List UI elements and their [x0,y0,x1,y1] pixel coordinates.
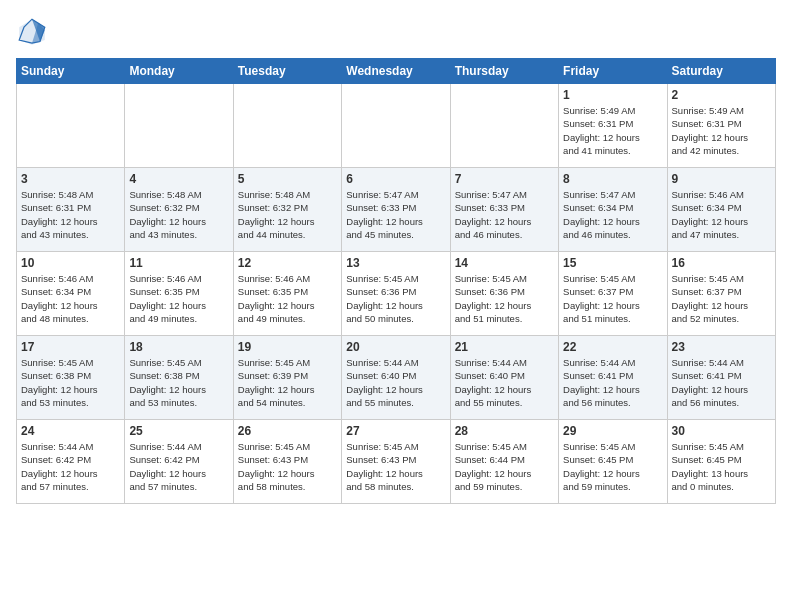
calendar-cell: 29Sunrise: 5:45 AM Sunset: 6:45 PM Dayli… [559,420,667,504]
day-number: 4 [129,172,228,186]
day-info: Sunrise: 5:47 AM Sunset: 6:34 PM Dayligh… [563,188,662,241]
day-info: Sunrise: 5:48 AM Sunset: 6:32 PM Dayligh… [238,188,337,241]
calendar-cell: 12Sunrise: 5:46 AM Sunset: 6:35 PM Dayli… [233,252,341,336]
calendar: SundayMondayTuesdayWednesdayThursdayFrid… [16,58,776,504]
day-info: Sunrise: 5:45 AM Sunset: 6:44 PM Dayligh… [455,440,554,493]
day-number: 6 [346,172,445,186]
day-info: Sunrise: 5:44 AM Sunset: 6:42 PM Dayligh… [129,440,228,493]
calendar-cell [125,84,233,168]
week-row-4: 17Sunrise: 5:45 AM Sunset: 6:38 PM Dayli… [17,336,776,420]
day-info: Sunrise: 5:45 AM Sunset: 6:38 PM Dayligh… [129,356,228,409]
day-number: 18 [129,340,228,354]
day-info: Sunrise: 5:46 AM Sunset: 6:35 PM Dayligh… [238,272,337,325]
calendar-cell: 25Sunrise: 5:44 AM Sunset: 6:42 PM Dayli… [125,420,233,504]
day-info: Sunrise: 5:44 AM Sunset: 6:42 PM Dayligh… [21,440,120,493]
calendar-cell: 7Sunrise: 5:47 AM Sunset: 6:33 PM Daylig… [450,168,558,252]
calendar-cell: 5Sunrise: 5:48 AM Sunset: 6:32 PM Daylig… [233,168,341,252]
day-info: Sunrise: 5:45 AM Sunset: 6:38 PM Dayligh… [21,356,120,409]
logo [16,16,52,48]
day-number: 19 [238,340,337,354]
day-info: Sunrise: 5:44 AM Sunset: 6:40 PM Dayligh… [455,356,554,409]
calendar-cell: 4Sunrise: 5:48 AM Sunset: 6:32 PM Daylig… [125,168,233,252]
day-number: 14 [455,256,554,270]
calendar-cell: 15Sunrise: 5:45 AM Sunset: 6:37 PM Dayli… [559,252,667,336]
day-number: 15 [563,256,662,270]
day-number: 20 [346,340,445,354]
day-info: Sunrise: 5:49 AM Sunset: 6:31 PM Dayligh… [563,104,662,157]
day-number: 25 [129,424,228,438]
calendar-cell: 27Sunrise: 5:45 AM Sunset: 6:43 PM Dayli… [342,420,450,504]
day-info: Sunrise: 5:48 AM Sunset: 6:32 PM Dayligh… [129,188,228,241]
day-number: 21 [455,340,554,354]
day-info: Sunrise: 5:47 AM Sunset: 6:33 PM Dayligh… [455,188,554,241]
day-number: 26 [238,424,337,438]
day-number: 16 [672,256,771,270]
weekday-header-row: SundayMondayTuesdayWednesdayThursdayFrid… [17,59,776,84]
day-info: Sunrise: 5:45 AM Sunset: 6:36 PM Dayligh… [455,272,554,325]
day-number: 8 [563,172,662,186]
day-info: Sunrise: 5:45 AM Sunset: 6:39 PM Dayligh… [238,356,337,409]
calendar-cell [233,84,341,168]
calendar-cell: 28Sunrise: 5:45 AM Sunset: 6:44 PM Dayli… [450,420,558,504]
calendar-cell: 26Sunrise: 5:45 AM Sunset: 6:43 PM Dayli… [233,420,341,504]
day-info: Sunrise: 5:48 AM Sunset: 6:31 PM Dayligh… [21,188,120,241]
weekday-header-thursday: Thursday [450,59,558,84]
day-info: Sunrise: 5:46 AM Sunset: 6:34 PM Dayligh… [672,188,771,241]
calendar-cell: 8Sunrise: 5:47 AM Sunset: 6:34 PM Daylig… [559,168,667,252]
calendar-cell: 30Sunrise: 5:45 AM Sunset: 6:45 PM Dayli… [667,420,775,504]
weekday-header-tuesday: Tuesday [233,59,341,84]
calendar-cell: 23Sunrise: 5:44 AM Sunset: 6:41 PM Dayli… [667,336,775,420]
calendar-cell: 24Sunrise: 5:44 AM Sunset: 6:42 PM Dayli… [17,420,125,504]
calendar-cell: 11Sunrise: 5:46 AM Sunset: 6:35 PM Dayli… [125,252,233,336]
calendar-cell: 13Sunrise: 5:45 AM Sunset: 6:36 PM Dayli… [342,252,450,336]
day-number: 10 [21,256,120,270]
weekday-header-sunday: Sunday [17,59,125,84]
weekday-header-saturday: Saturday [667,59,775,84]
day-info: Sunrise: 5:45 AM Sunset: 6:45 PM Dayligh… [563,440,662,493]
day-info: Sunrise: 5:45 AM Sunset: 6:37 PM Dayligh… [672,272,771,325]
day-info: Sunrise: 5:45 AM Sunset: 6:43 PM Dayligh… [346,440,445,493]
calendar-cell [450,84,558,168]
day-info: Sunrise: 5:46 AM Sunset: 6:34 PM Dayligh… [21,272,120,325]
calendar-cell: 14Sunrise: 5:45 AM Sunset: 6:36 PM Dayli… [450,252,558,336]
calendar-cell: 1Sunrise: 5:49 AM Sunset: 6:31 PM Daylig… [559,84,667,168]
calendar-cell: 22Sunrise: 5:44 AM Sunset: 6:41 PM Dayli… [559,336,667,420]
week-row-3: 10Sunrise: 5:46 AM Sunset: 6:34 PM Dayli… [17,252,776,336]
calendar-cell: 10Sunrise: 5:46 AM Sunset: 6:34 PM Dayli… [17,252,125,336]
day-number: 23 [672,340,771,354]
day-info: Sunrise: 5:45 AM Sunset: 6:45 PM Dayligh… [672,440,771,493]
day-number: 1 [563,88,662,102]
day-info: Sunrise: 5:49 AM Sunset: 6:31 PM Dayligh… [672,104,771,157]
calendar-cell: 20Sunrise: 5:44 AM Sunset: 6:40 PM Dayli… [342,336,450,420]
header [16,16,776,48]
day-number: 24 [21,424,120,438]
day-info: Sunrise: 5:45 AM Sunset: 6:43 PM Dayligh… [238,440,337,493]
day-number: 28 [455,424,554,438]
day-info: Sunrise: 5:45 AM Sunset: 6:36 PM Dayligh… [346,272,445,325]
weekday-header-monday: Monday [125,59,233,84]
weekday-header-friday: Friday [559,59,667,84]
day-number: 3 [21,172,120,186]
calendar-cell: 19Sunrise: 5:45 AM Sunset: 6:39 PM Dayli… [233,336,341,420]
day-number: 7 [455,172,554,186]
calendar-cell [342,84,450,168]
day-number: 22 [563,340,662,354]
logo-icon [16,16,48,48]
week-row-1: 1Sunrise: 5:49 AM Sunset: 6:31 PM Daylig… [17,84,776,168]
day-info: Sunrise: 5:45 AM Sunset: 6:37 PM Dayligh… [563,272,662,325]
day-number: 9 [672,172,771,186]
day-number: 5 [238,172,337,186]
day-info: Sunrise: 5:44 AM Sunset: 6:40 PM Dayligh… [346,356,445,409]
calendar-cell: 17Sunrise: 5:45 AM Sunset: 6:38 PM Dayli… [17,336,125,420]
calendar-cell: 16Sunrise: 5:45 AM Sunset: 6:37 PM Dayli… [667,252,775,336]
day-number: 17 [21,340,120,354]
calendar-cell [17,84,125,168]
week-row-2: 3Sunrise: 5:48 AM Sunset: 6:31 PM Daylig… [17,168,776,252]
calendar-cell: 2Sunrise: 5:49 AM Sunset: 6:31 PM Daylig… [667,84,775,168]
calendar-cell: 21Sunrise: 5:44 AM Sunset: 6:40 PM Dayli… [450,336,558,420]
day-info: Sunrise: 5:44 AM Sunset: 6:41 PM Dayligh… [672,356,771,409]
day-number: 12 [238,256,337,270]
day-number: 13 [346,256,445,270]
calendar-cell: 3Sunrise: 5:48 AM Sunset: 6:31 PM Daylig… [17,168,125,252]
day-number: 29 [563,424,662,438]
